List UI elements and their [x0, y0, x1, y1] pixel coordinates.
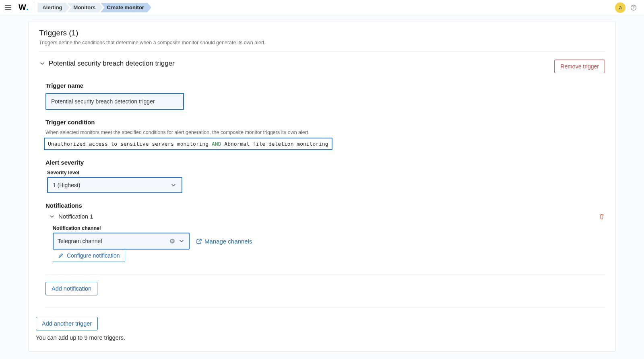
condition-part2: Abnormal file deletion monitoring	[224, 141, 328, 147]
manage-channels-link[interactable]: Manage channels	[196, 238, 252, 245]
trash-icon[interactable]	[599, 213, 605, 220]
top-bar: W. Alerting Monitors Create monitor a	[0, 0, 644, 15]
svg-point-1	[633, 8, 634, 9]
avatar[interactable]: a	[615, 2, 625, 13]
trigger-name-label: Trigger name	[45, 82, 605, 89]
external-link-icon	[196, 238, 202, 244]
logo-dot: .	[26, 3, 29, 12]
logo[interactable]: W.	[19, 3, 28, 12]
configure-notification-button[interactable]: Configure notification	[53, 249, 125, 262]
trigger-title-text: Potential security breach detection trig…	[49, 60, 175, 68]
breadcrumb-alerting[interactable]: Alerting	[37, 3, 69, 12]
alert-severity-label: Alert severity	[45, 159, 605, 166]
breadcrumb-create-monitor[interactable]: Create monitor	[100, 3, 151, 12]
condition-part1: Unauthorized access to sensitive servers…	[48, 141, 208, 147]
chevron-down-icon	[39, 60, 45, 67]
pencil-icon	[58, 253, 64, 258]
help-icon[interactable]	[630, 4, 638, 12]
trigger-header[interactable]: Potential security breach detection trig…	[39, 60, 175, 68]
notification-channel-select[interactable]: Telegram channel	[53, 233, 190, 250]
notifications-label: Notifications	[45, 202, 605, 209]
remove-trigger-button[interactable]: Remove trigger	[554, 60, 605, 73]
notification-title: Notification 1	[58, 213, 93, 220]
logo-text: W	[19, 3, 26, 12]
manage-channels-text: Manage channels	[204, 238, 252, 245]
chevron-down-icon	[178, 238, 185, 244]
divider	[45, 307, 605, 308]
severity-level-label: Severity level	[47, 170, 605, 175]
chevron-down-icon	[49, 213, 55, 220]
chevron-down-icon	[170, 182, 177, 188]
trigger-condition-desc: When selected monitors meet the specifie…	[45, 130, 605, 135]
severity-value: 1 (Highest)	[53, 182, 80, 188]
trigger-limit-note: You can add up to 9 more triggers.	[36, 334, 605, 341]
card-title: Triggers (1)	[39, 29, 605, 37]
clear-icon[interactable]	[169, 237, 176, 245]
triggers-card: Triggers (1) Triggers define the conditi…	[28, 21, 616, 352]
channel-value: Telegram channel	[58, 238, 102, 244]
trigger-condition-label: Trigger condition	[45, 119, 605, 126]
trigger-condition-input[interactable]: Unauthorized access to sensitive servers…	[44, 138, 332, 150]
notification-header[interactable]: Notification 1	[49, 213, 93, 220]
add-another-trigger-button[interactable]: Add another trigger	[36, 317, 98, 330]
divider	[45, 274, 605, 274]
card-subtitle: Triggers define the conditions that dete…	[39, 40, 605, 45]
menu-icon[interactable]	[3, 3, 13, 12]
configure-label: Configure notification	[67, 252, 120, 259]
condition-keyword: AND	[212, 141, 221, 147]
trigger-name-input[interactable]	[45, 93, 184, 110]
breadcrumbs: Alerting Monitors Create monitor	[37, 3, 149, 12]
add-notification-button[interactable]: Add notification	[45, 282, 97, 295]
divider	[34, 2, 34, 13]
severity-select[interactable]: 1 (Highest)	[47, 177, 182, 193]
notification-channel-label: Notification channel	[53, 225, 605, 231]
breadcrumb-monitors[interactable]: Monitors	[67, 3, 103, 12]
